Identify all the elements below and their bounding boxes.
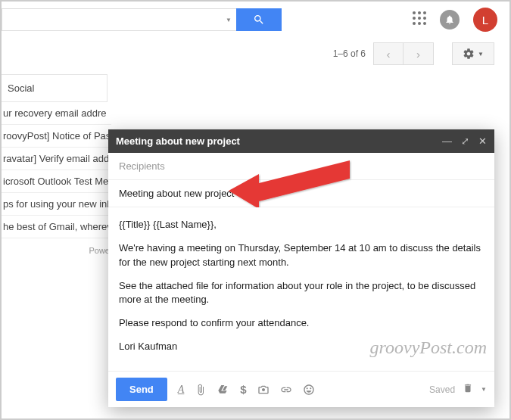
gear-icon — [463, 48, 475, 60]
next-button[interactable]: › — [404, 42, 434, 65]
search-button[interactable] — [236, 8, 282, 31]
body-paragraph: See the attached file for information ab… — [119, 279, 484, 308]
body-paragraph: We're having a meeting on Thursday, Sept… — [119, 241, 484, 270]
drive-icon[interactable] — [217, 384, 229, 396]
compose-title: Meeting about new project — [116, 135, 442, 147]
close-icon[interactable]: ✕ — [478, 136, 487, 146]
inbox-footer-text: Powe — [2, 238, 111, 263]
photo-icon[interactable] — [257, 384, 270, 396]
svg-point-1 — [418, 11, 421, 14]
minimize-icon[interactable]: — — [442, 136, 452, 146]
search-dropdown-arrow[interactable]: ▼ — [221, 8, 236, 31]
settings-button[interactable]: ▼ — [452, 42, 494, 65]
subject-field[interactable]: Meeting about new project — [108, 180, 494, 207]
header-icons: L — [413, 8, 497, 32]
notifications-button[interactable] — [440, 10, 460, 30]
svg-point-5 — [423, 17, 426, 20]
compose-body[interactable]: {{Title}} {{Last Name}}, We're having a … — [108, 207, 494, 371]
svg-point-6 — [413, 22, 416, 25]
svg-point-2 — [423, 11, 426, 14]
more-icon[interactable]: ▼ — [481, 386, 487, 393]
saved-label: Saved — [429, 384, 455, 395]
svg-point-7 — [418, 22, 421, 25]
attach-icon[interactable] — [195, 384, 207, 396]
pager-text: 1–6 of 6 — [333, 48, 366, 59]
inbox-row[interactable]: ravatar] Verify email add — [2, 148, 111, 170]
svg-point-0 — [413, 11, 416, 14]
toolbar: 1–6 of 6 ‹ › ▼ — [2, 38, 509, 74]
prev-button[interactable]: ‹ — [373, 42, 404, 65]
svg-point-8 — [423, 22, 426, 25]
top-bar: ▼ L — [2, 2, 509, 38]
inbox-tab-social[interactable]: Social — [2, 74, 107, 102]
compose-window: Meeting about new project — ⤢ ✕ Recipien… — [108, 129, 494, 407]
chevron-down-icon: ▼ — [478, 51, 484, 58]
body-signature: Lori Kaufman — [119, 340, 484, 354]
send-button[interactable]: Send — [116, 378, 167, 401]
search-input[interactable] — [2, 8, 221, 31]
discard-icon[interactable] — [463, 383, 473, 396]
bell-icon — [444, 14, 455, 25]
inbox-row[interactable]: ps for using your new inb — [2, 193, 111, 216]
body-paragraph: Please respond to confirm your attendanc… — [119, 316, 484, 331]
inbox-row[interactable]: icrosoft Outlook Test Mes — [2, 170, 111, 193]
apps-icon[interactable] — [413, 11, 426, 28]
formatting-icon[interactable]: A — [178, 384, 185, 396]
compose-header[interactable]: Meeting about new project — ⤢ ✕ — [108, 129, 494, 153]
search-box: ▼ — [2, 8, 282, 31]
compose-footer: Send A $ Saved ▼ — [108, 371, 494, 407]
emoji-icon[interactable] — [303, 384, 315, 396]
inbox-row[interactable]: ur recovery email addre — [2, 102, 111, 125]
body-greeting: {{Title}} {{Last Name}}, — [119, 218, 484, 232]
avatar[interactable]: L — [473, 8, 497, 32]
recipients-field[interactable]: Recipients — [108, 153, 494, 180]
money-icon[interactable]: $ — [240, 383, 246, 396]
inbox-row[interactable]: he best of Gmail, wherev — [2, 216, 111, 238]
link-icon[interactable] — [280, 384, 292, 396]
expand-icon[interactable]: ⤢ — [461, 136, 469, 146]
inbox-row[interactable]: roovyPost] Notice of Pas — [2, 125, 111, 148]
search-icon — [253, 14, 265, 26]
svg-point-3 — [413, 17, 416, 20]
svg-point-4 — [418, 17, 421, 20]
